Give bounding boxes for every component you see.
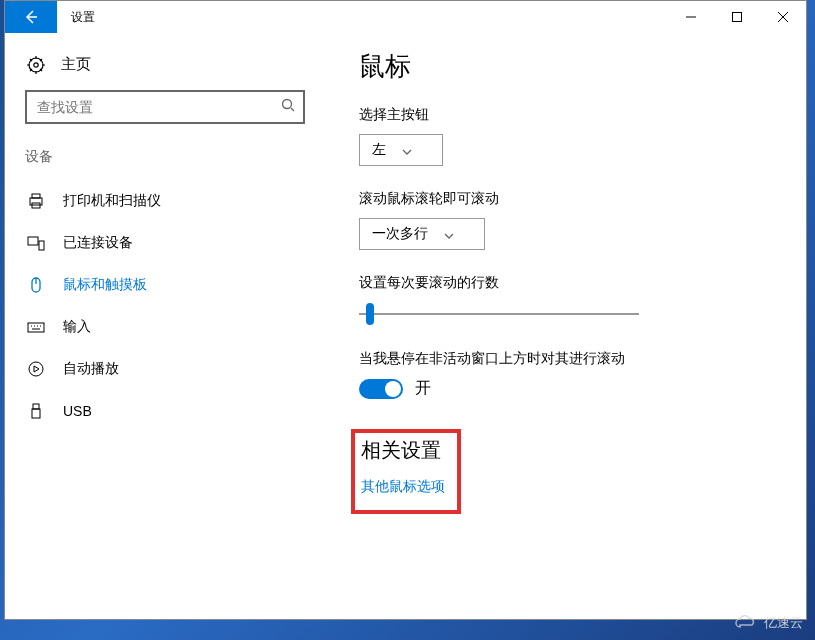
- inactive-scroll-toggle[interactable]: [359, 379, 403, 399]
- chevron-down-icon: [402, 142, 412, 158]
- autoplay-icon: [27, 360, 45, 378]
- lines-label: 设置每次要滚动的行数: [359, 274, 782, 292]
- maximize-icon: [732, 12, 742, 22]
- settings-window: 设置 主页: [4, 0, 807, 620]
- sidebar-item-label: 输入: [63, 318, 91, 336]
- sidebar-item-mouse[interactable]: 鼠标和触摸板: [5, 264, 325, 306]
- inactive-scroll-label: 当我悬停在非活动窗口上方时对其进行滚动: [359, 350, 782, 368]
- titlebar: 设置: [5, 1, 806, 33]
- other-mouse-options-link[interactable]: 其他鼠标选项: [361, 478, 445, 496]
- primary-button-value: 左: [372, 141, 386, 159]
- sidebar-item-autoplay[interactable]: 自动播放: [5, 348, 325, 390]
- watermark: 亿速云: [734, 614, 803, 632]
- highlight-box: 相关设置 其他鼠标选项: [351, 429, 461, 514]
- mouse-icon: [27, 276, 45, 294]
- sidebar-item-home[interactable]: 主页: [5, 47, 325, 90]
- sidebar-item-printers[interactable]: 打印机和扫描仪: [5, 180, 325, 222]
- sidebar-item-connected[interactable]: 已连接设备: [5, 222, 325, 264]
- usb-icon: [27, 402, 45, 420]
- home-label: 主页: [61, 55, 91, 74]
- sidebar: 主页 设备 打印机和扫描仪: [5, 33, 325, 619]
- svg-rect-13: [33, 404, 39, 409]
- primary-button-label: 选择主按钮: [359, 106, 782, 124]
- sidebar-item-label: 已连接设备: [63, 234, 133, 252]
- scroll-mode-label: 滚动鼠标滚轮即可滚动: [359, 190, 782, 208]
- printer-icon: [27, 192, 45, 210]
- svg-rect-5: [32, 194, 40, 198]
- scroll-mode-select[interactable]: 一次多行: [359, 218, 485, 250]
- keyboard-icon: [27, 318, 45, 336]
- primary-button-select[interactable]: 左: [359, 134, 443, 166]
- connected-devices-icon: [27, 234, 45, 252]
- sidebar-item-label: 鼠标和触摸板: [63, 276, 147, 294]
- cloud-icon: [734, 615, 758, 631]
- gear-icon: [27, 56, 45, 74]
- search-icon: [281, 98, 295, 116]
- sidebar-item-label: 打印机和扫描仪: [63, 192, 161, 210]
- sidebar-item-typing[interactable]: 输入: [5, 306, 325, 348]
- sidebar-item-label: 自动播放: [63, 360, 119, 378]
- svg-point-2: [34, 62, 38, 66]
- svg-rect-0: [733, 13, 742, 22]
- close-icon: [778, 12, 788, 22]
- window-title: 设置: [57, 1, 109, 33]
- minimize-icon: [686, 12, 696, 22]
- svg-point-12: [29, 362, 43, 376]
- svg-rect-14: [32, 409, 40, 418]
- slider-track: [359, 313, 639, 315]
- toggle-on-label: 开: [415, 378, 431, 399]
- sidebar-item-usb[interactable]: USB: [5, 390, 325, 432]
- sidebar-section-label: 设备: [5, 142, 325, 180]
- scroll-mode-value: 一次多行: [372, 225, 428, 243]
- toggle-knob: [385, 381, 401, 397]
- back-arrow-icon: [22, 8, 40, 26]
- lines-slider[interactable]: [359, 302, 639, 326]
- maximize-button[interactable]: [714, 1, 760, 33]
- svg-rect-7: [28, 237, 38, 245]
- svg-rect-8: [39, 241, 44, 250]
- sidebar-item-label: USB: [63, 403, 92, 419]
- svg-point-3: [283, 100, 292, 109]
- page-title: 鼠标: [359, 49, 782, 84]
- search-input[interactable]: [25, 90, 305, 124]
- watermark-text: 亿速云: [764, 614, 803, 632]
- slider-thumb[interactable]: [366, 303, 374, 325]
- related-settings-title: 相关设置: [361, 437, 445, 464]
- back-button[interactable]: [5, 1, 57, 33]
- close-button[interactable]: [760, 1, 806, 33]
- minimize-button[interactable]: [668, 1, 714, 33]
- svg-rect-11: [28, 323, 44, 332]
- chevron-down-icon: [444, 226, 454, 242]
- content-panel: 鼠标 选择主按钮 左 滚动鼠标滚轮即可滚动 一次多行 设置每次要滚动的行数: [325, 33, 806, 619]
